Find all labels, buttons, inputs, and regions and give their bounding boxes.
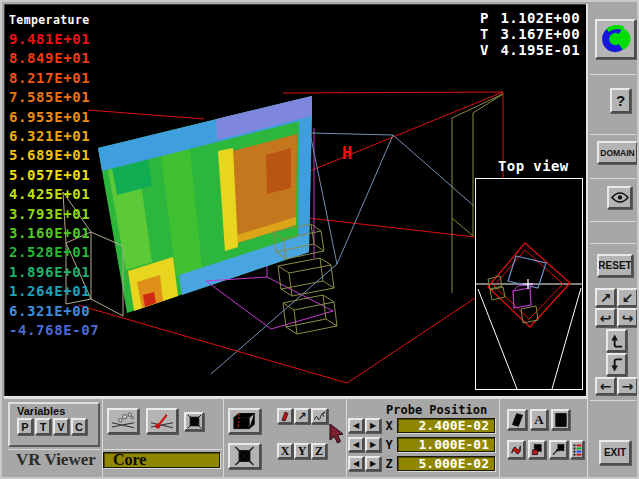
probe-position-title: Probe Position xyxy=(386,403,487,417)
slice-x-button[interactable]: X xyxy=(277,443,293,459)
unzoom-button[interactable] xyxy=(228,443,261,469)
legend-value: 8.217E+01 xyxy=(9,69,99,88)
move-object-button[interactable] xyxy=(549,440,568,459)
domain-button[interactable]: DOMAIN xyxy=(597,141,638,164)
object-select-field[interactable]: Core xyxy=(103,452,220,468)
variable-button-p[interactable]: P xyxy=(17,418,33,435)
legend-value: 7.585E+01 xyxy=(9,88,99,107)
mouse-cursor xyxy=(329,423,347,445)
rotate-up-right-button[interactable]: ↗ xyxy=(595,288,616,307)
variable-button-t[interactable]: T xyxy=(35,418,51,435)
sidebar-divider xyxy=(590,74,636,75)
axis-x-label: X xyxy=(281,444,290,459)
domain-button-label: DOMAIN xyxy=(600,148,634,158)
cut-plane-button[interactable] xyxy=(507,409,527,430)
rotate-down-left-button[interactable]: ↙ xyxy=(617,288,638,307)
legend-value: 2.528E+01 xyxy=(9,243,99,262)
variable-t-label: T xyxy=(40,421,47,433)
annotate-button[interactable]: A xyxy=(530,409,548,430)
probe-z-decrement-button[interactable]: ◀ xyxy=(348,456,364,471)
probe-y-label: Y xyxy=(383,438,395,452)
variable-c-label: C xyxy=(75,421,83,433)
selected-object-label: Core xyxy=(104,451,146,469)
slice-z-button[interactable]: Z xyxy=(311,443,327,459)
undo-arrow-icon: ↩ xyxy=(600,310,612,326)
unzoom-small-button[interactable] xyxy=(184,412,204,431)
probe-x-increment-button[interactable]: ▶ xyxy=(365,418,381,433)
zoom-window-button[interactable] xyxy=(528,440,546,459)
x-box-icon xyxy=(234,446,255,466)
legend-value: -4.768E-07 xyxy=(9,321,99,340)
probe-y-increment-button[interactable]: ▶ xyxy=(365,437,381,452)
sidebar-divider xyxy=(590,243,636,244)
isosurface-icon xyxy=(509,442,523,457)
legend-value: 8.849E+01 xyxy=(9,49,99,68)
logo-button[interactable] xyxy=(595,19,636,59)
exit-button[interactable]: EXIT xyxy=(599,440,631,465)
probe-x-decrement-button[interactable]: ◀ xyxy=(348,418,364,433)
mesh-toggle-button[interactable] xyxy=(551,409,570,430)
probe-attach-button[interactable] xyxy=(311,408,328,424)
slice-y-button[interactable]: Y xyxy=(294,443,310,459)
sidebar-divider xyxy=(590,221,636,222)
left-triangle-icon: ◀ xyxy=(353,440,359,449)
help-icon: ? xyxy=(616,92,625,109)
eye-icon xyxy=(611,191,629,204)
slice-box-icon xyxy=(230,410,259,432)
probe-z-increment-button[interactable]: ▶ xyxy=(365,456,381,471)
ne-arrow-icon: ↗ xyxy=(297,410,306,423)
viewport-3d[interactable]: Temperature 9.481E+018.849E+018.217E+017… xyxy=(4,4,587,397)
arrow-into-box-icon xyxy=(551,442,566,457)
toolbar-divider xyxy=(223,399,224,477)
temperature-legend: Temperature 9.481E+018.849E+018.217E+017… xyxy=(9,13,99,341)
move-up-button[interactable] xyxy=(606,329,627,352)
exit-button-label: EXIT xyxy=(604,447,626,458)
show-slice-button[interactable] xyxy=(277,408,293,424)
probe-z-field[interactable]: 5.000E-02 xyxy=(397,456,495,471)
readout-label-v: V xyxy=(480,42,496,58)
probe-z-label: Z xyxy=(383,457,395,471)
streamlines-button[interactable] xyxy=(107,408,139,434)
reset-button[interactable]: RESET xyxy=(597,254,633,277)
slice-domain-button[interactable] xyxy=(228,408,261,434)
probe-temperature-button[interactable] xyxy=(146,408,178,434)
ne-arrow-icon: ↗ xyxy=(600,290,612,306)
bend-down-arrow-icon xyxy=(609,357,624,373)
move-right-button[interactable]: → xyxy=(617,377,638,395)
turn-left-button[interactable]: ↩ xyxy=(595,308,616,327)
legend-value: 1.264E+01 xyxy=(9,282,99,301)
sw-arrow-icon: ↙ xyxy=(622,290,634,306)
right-triangle-icon: ▶ xyxy=(370,440,376,449)
probe-readout: P1.102E+00 T3.167E+00 V4.195E-01 xyxy=(480,10,580,58)
legend-value: 3.160E+01 xyxy=(9,224,99,243)
variable-button-c[interactable]: C xyxy=(71,418,87,435)
sidebar-divider xyxy=(590,178,636,179)
variable-v-label: V xyxy=(57,421,64,433)
vector-direction-button[interactable]: ↗ xyxy=(294,408,310,424)
variable-p-label: P xyxy=(21,421,28,433)
isosurface-button[interactable] xyxy=(507,440,525,459)
turn-right-button[interactable]: ↪ xyxy=(617,308,638,327)
toolbar: Variables P T V C VR Viewer xyxy=(4,397,587,479)
probe-x-value: 2.400E-02 xyxy=(398,418,494,433)
legend-value: 4.425E+01 xyxy=(9,185,99,204)
domain-wireframe-front xyxy=(78,298,475,383)
view-direction-button[interactable] xyxy=(607,186,632,209)
variable-button-v[interactable]: V xyxy=(53,418,69,435)
probe-y-field[interactable]: 1.000E-01 xyxy=(397,437,495,452)
sidebar: ? DOMAIN RESET ↗ ↙ ↩ ↪ ← xyxy=(587,4,639,479)
help-button[interactable]: ? xyxy=(610,88,631,113)
move-down-button[interactable] xyxy=(606,353,627,376)
probe-y-decrement-button[interactable]: ◀ xyxy=(348,437,364,452)
legend-value: 3.793E+01 xyxy=(9,205,99,224)
probe-x-field[interactable]: 2.400E-02 xyxy=(397,418,495,433)
contour-options-button[interactable] xyxy=(570,440,584,459)
left-triangle-icon: ◀ xyxy=(353,421,359,430)
legend-values: 9.481E+018.849E+018.217E+017.585E+016.95… xyxy=(9,30,99,341)
legend-title: Temperature xyxy=(9,13,99,27)
axis-z-label: Z xyxy=(315,444,323,459)
move-left-button[interactable]: ← xyxy=(595,377,616,395)
readout-value-p: 1.102E+00 xyxy=(496,10,580,26)
readout-label-p: P xyxy=(480,10,496,26)
toolbar-divider xyxy=(499,399,500,477)
